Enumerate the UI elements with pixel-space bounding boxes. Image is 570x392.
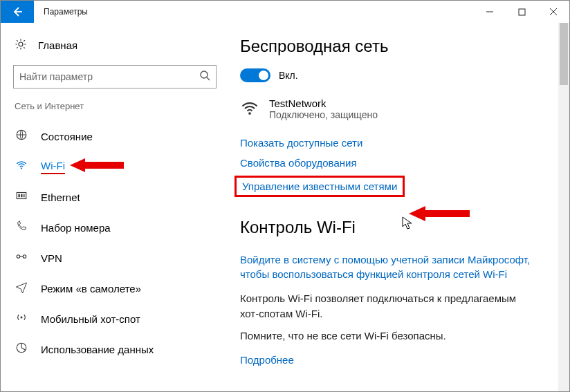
link-signin-ms[interactable]: Войдите в систему с помощью учетной запи… — [240, 252, 537, 281]
svg-point-8 — [21, 167, 22, 169]
sidebar-item-status[interactable]: Состояние — [13, 121, 229, 151]
link-show-networks[interactable]: Показать доступные сети — [240, 137, 362, 149]
sidebar-item-label: VPN — [41, 252, 62, 264]
main-panel: Беспроводная сеть Вкл. TestNetwork Подкл… — [229, 23, 569, 391]
svg-line-6 — [207, 77, 210, 80]
minimize-button[interactable] — [474, 1, 506, 23]
svg-point-18 — [248, 112, 251, 115]
sidebar-item-vpn[interactable]: VPN — [13, 243, 229, 273]
vpn-icon — [15, 250, 28, 265]
close-icon — [549, 8, 558, 16]
sidebar-item-wifi[interactable]: Wi-Fi — [13, 151, 229, 182]
sidebar-home-label: Главная — [38, 39, 77, 51]
search-input[interactable]: Найти параметр — [13, 65, 217, 88]
minimize-icon — [486, 8, 494, 16]
wifi-control-para2: Помните, что не все сети Wi-Fi безопасны… — [240, 328, 537, 344]
sidebar-item-label: Набор номера — [41, 222, 111, 234]
vertical-scrollbar[interactable] — [558, 23, 569, 391]
back-button[interactable] — [1, 1, 34, 23]
link-learn-more[interactable]: Подробнее — [240, 354, 294, 366]
svg-point-5 — [201, 71, 208, 78]
ethernet-icon — [15, 189, 28, 205]
sidebar-item-label: Режим «в самолете» — [41, 283, 141, 295]
scrollbar-thumb[interactable] — [560, 23, 568, 85]
status-icon — [15, 129, 28, 144]
sidebar-item-ethernet[interactable]: Ethernet — [13, 182, 229, 212]
airplane-icon — [15, 281, 28, 296]
search-placeholder: Найти параметр — [19, 71, 93, 82]
svg-rect-11 — [21, 194, 22, 198]
maximize-button[interactable] — [506, 1, 537, 23]
svg-rect-10 — [19, 194, 20, 198]
dialup-icon — [15, 220, 28, 235]
network-status: Подключено, защищено — [269, 109, 378, 120]
network-name: TestNetwork — [269, 97, 378, 109]
sidebar-item-airplane[interactable]: Режим «в самолете» — [13, 273, 229, 304]
sidebar-item-hotspot[interactable]: Мобильный хот-спот — [13, 304, 229, 334]
sidebar-item-label: Состояние — [41, 131, 93, 142]
hotspot-icon — [15, 311, 28, 326]
close-button[interactable] — [537, 1, 569, 23]
wifi-control-para1: Контроль Wi-Fi позволяет подключаться к … — [240, 291, 537, 321]
link-manage-networks[interactable]: Управление известными сетями — [242, 180, 397, 192]
wifi-signal-icon — [240, 99, 259, 123]
maximize-icon — [518, 8, 526, 16]
wifi-toggle[interactable] — [240, 68, 270, 82]
svg-point-16 — [21, 317, 23, 319]
sidebar-item-label: Использование данных — [41, 344, 154, 355]
back-arrow-icon — [11, 6, 24, 18]
window-title: Параметры — [34, 1, 98, 23]
link-hardware-props[interactable]: Свойства оборудования — [240, 157, 357, 169]
svg-point-13 — [17, 255, 20, 259]
sidebar-item-label: Мобильный хот-спот — [41, 313, 140, 325]
gear-icon — [15, 38, 27, 53]
search-icon — [199, 70, 210, 84]
svg-rect-12 — [24, 194, 25, 198]
sidebar-item-datausage[interactable]: Использование данных — [13, 334, 229, 364]
current-network[interactable]: TestNetwork Подключено, защищено — [240, 97, 553, 123]
sidebar: Главная Найти параметр Сеть и Интернет С… — [1, 23, 229, 391]
wifi-icon — [15, 159, 28, 174]
svg-point-14 — [23, 255, 26, 259]
datausage-icon — [15, 342, 28, 357]
svg-rect-2 — [519, 9, 525, 15]
wifi-control-heading: Контроль Wi-Fi — [240, 218, 553, 237]
sidebar-category: Сеть и Интернет — [15, 101, 229, 111]
wifi-toggle-label: Вкл. — [279, 70, 298, 81]
sidebar-item-label: Wi-Fi — [41, 160, 65, 174]
sidebar-item-dialup[interactable]: Набор номера — [13, 212, 229, 243]
page-heading: Беспроводная сеть — [240, 37, 553, 56]
sidebar-item-label: Ethernet — [41, 192, 80, 203]
sidebar-home[interactable]: Главная — [13, 34, 229, 59]
